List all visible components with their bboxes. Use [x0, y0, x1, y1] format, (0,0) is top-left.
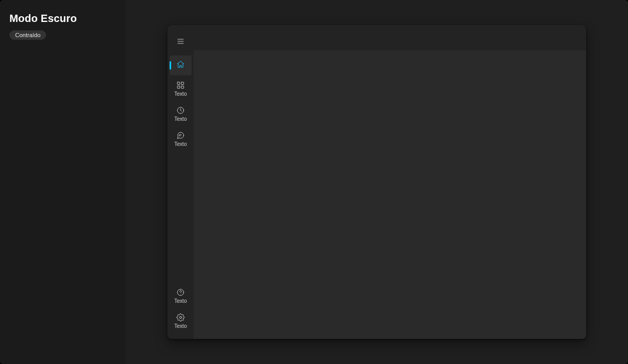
svg-rect-5 — [177, 86, 180, 88]
home-icon — [176, 60, 185, 69]
docs-side-panel: Modo Escuro Contraído — [0, 0, 126, 364]
nav-item-label: Texto — [174, 117, 187, 122]
main-content-area — [194, 50, 586, 339]
clock-icon — [176, 106, 185, 115]
nav-item-chat[interactable]: Texto — [170, 128, 192, 151]
gear-icon — [176, 313, 185, 322]
sidebar-top-group: Texto Texto Texto — [167, 30, 194, 152]
help-icon — [176, 288, 185, 297]
nav-item-home[interactable] — [170, 55, 192, 75]
nav-item-settings[interactable]: Texto — [170, 310, 192, 333]
menu-icon — [176, 37, 185, 46]
nav-item-clock[interactable]: Texto — [170, 103, 192, 126]
svg-rect-6 — [181, 86, 184, 88]
svg-rect-4 — [181, 82, 184, 85]
page-root: Modo Escuro Contraído — [0, 0, 628, 364]
nav-item-help[interactable]: Texto — [170, 285, 192, 308]
svg-point-12 — [180, 316, 182, 318]
collapsed-sidebar: Texto Texto Texto — [167, 25, 194, 339]
status-badge: Contraído — [9, 30, 46, 40]
app-card: Texto Texto Texto — [167, 25, 586, 339]
chat-icon — [176, 131, 185, 140]
nav-item-grid[interactable]: Texto — [170, 77, 192, 100]
preview-panel: Texto Texto Texto — [126, 0, 628, 364]
nav-item-label: Texto — [174, 324, 187, 329]
sidebar-toggle-button[interactable] — [170, 31, 192, 51]
grid-icon — [176, 81, 185, 89]
page-title: Modo Escuro — [9, 13, 116, 25]
nav-item-label: Texto — [174, 92, 187, 97]
svg-rect-3 — [177, 82, 180, 85]
svg-point-11 — [181, 294, 181, 294]
nav-item-label: Texto — [174, 142, 187, 147]
nav-item-label: Texto — [174, 299, 187, 304]
sidebar-bottom-group: Texto Texto — [167, 283, 194, 334]
